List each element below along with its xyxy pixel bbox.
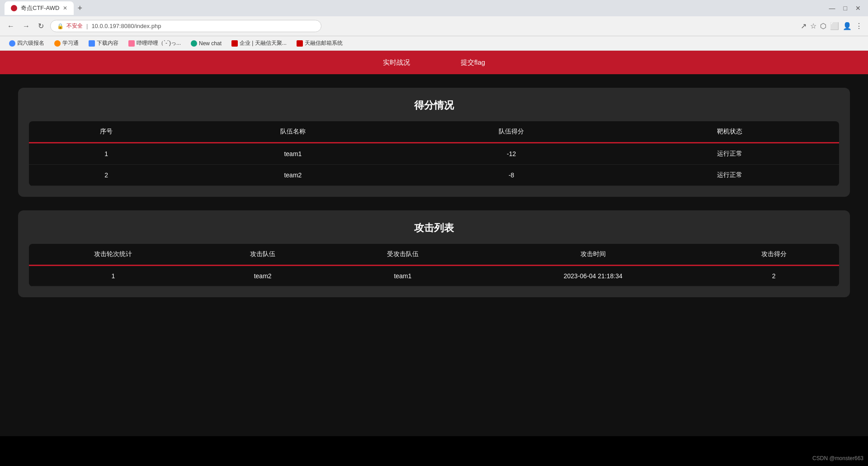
bookmark-bilibili-label: 哔哩哔哩（`-´)っ... — [137, 39, 181, 47]
bookmark-mailbox-icon — [297, 40, 303, 47]
attack-section: 攻击列表 攻击轮次统计 攻击队伍 受攻击队伍 攻击时间 攻击得分 1 team2… — [18, 210, 850, 297]
back-button[interactable]: ← — [5, 21, 16, 31]
score-section-title: 得分情况 — [29, 99, 839, 112]
url-text: 10.0.0.197:8080/index.php — [91, 23, 161, 29]
cell-score: -8 — [402, 165, 621, 186]
address-actions: ↗ ☆ ⬡ ⬜ 👤 ⋮ — [801, 22, 863, 30]
more-options-button[interactable]: ⋮ — [855, 22, 863, 30]
attack-table-header: 攻击轮次统计 攻击队伍 受攻击队伍 攻击时间 攻击得分 — [29, 244, 839, 266]
bookmark-bilibili-icon — [128, 40, 135, 47]
bookmark-tianrong-label: 企业 | 天融信天聚... — [240, 39, 287, 47]
cell-score: -12 — [402, 143, 621, 165]
bookmark-newchat[interactable]: New chat — [187, 39, 225, 48]
bookmark-mailbox-label: 天融信邮箱系统 — [305, 39, 343, 47]
bookmark-mailbox[interactable]: 天融信邮箱系统 — [293, 38, 346, 48]
bookmark-cet[interactable]: 四六级报名 — [5, 38, 48, 48]
bookmark-bilibili[interactable]: 哔哩哔哩（`-´)っ... — [125, 38, 184, 48]
watermark: CSDN @monster663 — [812, 455, 863, 461]
layout-icon-button[interactable]: ⬜ — [830, 22, 839, 30]
score-table: 序号 队伍名称 队伍得分 靶机状态 1 team1 -12 运行正常 2 tea… — [29, 121, 839, 186]
attack-table-body: 1 team2 team1 2023-06-04 21:18:34 2 — [29, 266, 839, 286]
security-icon: 🔒 — [57, 23, 64, 29]
bookmark-newchat-label: New chat — [199, 40, 222, 47]
bookmark-download-label: 下载内容 — [97, 39, 118, 47]
tab-favicon — [11, 5, 17, 11]
bookmark-cet-icon — [9, 40, 15, 47]
cell-attacker: team2 — [198, 266, 328, 286]
address-bar: ← → ↻ 🔒 不安全 | 10.0.0.197:8080/index.php … — [0, 16, 868, 36]
attack-section-title: 攻击列表 — [29, 221, 839, 235]
cell-seq: 2 — [29, 165, 184, 186]
attack-col-defender: 受攻击队伍 — [328, 244, 477, 266]
nav-realtime[interactable]: 实时战况 — [376, 55, 417, 71]
cell-team: team1 — [184, 143, 402, 165]
bookmark-study-icon — [54, 40, 61, 47]
score-table-header: 序号 队伍名称 队伍得分 靶机状态 — [29, 121, 839, 143]
bookmark-newchat-icon — [191, 40, 197, 47]
share-icon-button[interactable]: ↗ — [801, 22, 807, 30]
separator: | — [86, 23, 88, 29]
tab-close-button[interactable]: ✕ — [63, 5, 67, 11]
score-section: 得分情况 序号 队伍名称 队伍得分 靶机状态 1 team1 -12 运行正常 … — [18, 88, 850, 197]
attack-col-score: 攻击得分 — [708, 244, 839, 266]
score-table-body: 1 team1 -12 运行正常 2 team2 -8 运行正常 — [29, 143, 839, 186]
bookmark-study-label: 学习通 — [62, 39, 79, 47]
table-row: 2 team2 -8 运行正常 — [29, 165, 839, 186]
browser-chrome: 奇点CTF-AWD ✕ + — □ ✕ ← → ↻ 🔒 不安全 | 10.0.0… — [0, 0, 868, 51]
table-row: 1 team2 team1 2023-06-04 21:18:34 2 — [29, 266, 839, 286]
cell-status: 运行正常 — [621, 165, 839, 186]
cell-time: 2023-06-04 21:18:34 — [477, 266, 708, 286]
url-bar[interactable]: 🔒 不安全 | 10.0.0.197:8080/index.php — [50, 20, 321, 32]
attack-col-time: 攻击时间 — [477, 244, 708, 266]
tab-title: 奇点CTF-AWD — [21, 4, 59, 12]
bookmark-download[interactable]: 下载内容 — [85, 38, 122, 48]
bookmark-cet-label: 四六级报名 — [17, 39, 44, 47]
maximize-button[interactable]: □ — [841, 4, 850, 13]
cell-attack-score: 2 — [708, 266, 839, 286]
cell-team: team2 — [184, 165, 402, 186]
score-col-status: 靶机状态 — [621, 121, 839, 143]
window-controls: — □ ✕ — [826, 4, 863, 13]
refresh-button[interactable]: ↻ — [36, 21, 46, 31]
bookmark-study[interactable]: 学习通 — [51, 38, 82, 48]
close-button[interactable]: ✕ — [853, 4, 863, 13]
tab-bar: 奇点CTF-AWD ✕ + — □ ✕ — [0, 0, 868, 16]
bookmark-tianrong-icon — [231, 40, 238, 47]
bookmark-icon-button[interactable]: ☆ — [810, 22, 816, 30]
profile-icon-button[interactable]: 👤 — [843, 22, 852, 30]
score-col-seq: 序号 — [29, 121, 184, 143]
nav-submitflag[interactable]: 提交flag — [453, 55, 492, 71]
cell-status: 运行正常 — [621, 143, 839, 165]
attack-col-attacker: 攻击队伍 — [198, 244, 328, 266]
bookmarks-bar: 四六级报名 学习通 下载内容 哔哩哔哩（`-´)っ... New chat 企业… — [0, 36, 868, 51]
score-col-score: 队伍得分 — [402, 121, 621, 143]
cell-seq: 1 — [29, 143, 184, 165]
minimize-button[interactable]: — — [826, 4, 838, 13]
attack-table: 攻击轮次统计 攻击队伍 受攻击队伍 攻击时间 攻击得分 1 team2 team… — [29, 244, 839, 286]
bookmark-tianrong[interactable]: 企业 | 天融信天聚... — [228, 38, 290, 48]
table-row: 1 team1 -12 运行正常 — [29, 143, 839, 165]
active-tab[interactable]: 奇点CTF-AWD ✕ — [5, 1, 74, 15]
new-tab-button[interactable]: + — [74, 3, 86, 14]
cell-round: 1 — [29, 266, 198, 286]
security-label: 不安全 — [66, 22, 83, 30]
app-nav: 实时战况 提交flag — [0, 51, 868, 74]
attack-col-round: 攻击轮次统计 — [29, 244, 198, 266]
bookmark-download-icon — [89, 40, 95, 47]
forward-button[interactable]: → — [21, 21, 32, 31]
app-content: 得分情况 序号 队伍名称 队伍得分 靶机状态 1 team1 -12 运行正常 … — [0, 74, 868, 436]
score-col-team: 队伍名称 — [184, 121, 402, 143]
cell-defender: team1 — [328, 266, 477, 286]
extension-icon-button[interactable]: ⬡ — [820, 22, 826, 30]
